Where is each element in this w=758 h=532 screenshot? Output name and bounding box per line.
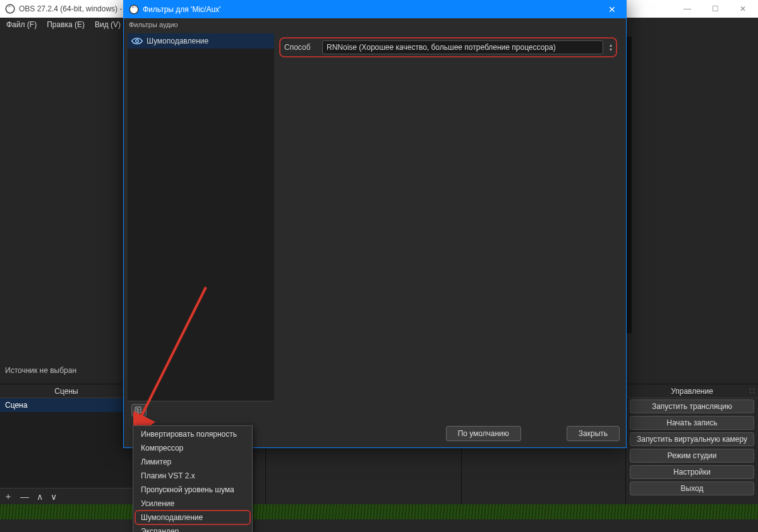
svg-rect-6 [136, 411, 139, 411]
add-filter-button[interactable] [131, 404, 147, 417]
add-filter-context-menu: Инвертировать полярность Компрессор Лими… [133, 425, 253, 532]
close-dialog-button[interactable]: Закрыть [567, 426, 620, 441]
menu-file[interactable]: Файл (F) [3, 19, 40, 30]
controls-dock: Управление ⸬ Запустить трансляцию Начать… [625, 384, 758, 504]
start-streaming-button[interactable]: Запустить трансляцию [630, 399, 754, 413]
menu-view[interactable]: Вид (V) [91, 19, 124, 30]
window-buttons: — ☐ ✕ [673, 0, 757, 18]
scenes-header: Сцены ⸬ [0, 384, 133, 398]
controls-header-label: Управление [671, 387, 713, 396]
scene-item[interactable]: Сцена [0, 398, 133, 412]
scene-up-button[interactable]: ∧ [37, 492, 43, 502]
filter-item-label: Шумоподавление [147, 37, 208, 45]
menu-item-vst[interactable]: Плагин VST 2.x [133, 469, 252, 483]
status-bar: ((●)) LIVE: 00:00:00 REC: 00:00:00 CPU: … [0, 504, 758, 532]
start-recording-button[interactable]: Начать запись [630, 416, 754, 430]
method-selected-value: RNNoise (Хорошее качество, большее потре… [327, 43, 556, 52]
remove-scene-button[interactable]: — [20, 492, 29, 502]
dialog-columns: Шумоподавление Способ RNNoise (Хорошее к… [128, 33, 622, 418]
popout-icon[interactable]: ⸬ [750, 387, 754, 395]
settings-button[interactable]: Настройки [630, 465, 754, 479]
exit-button[interactable]: Выход [630, 482, 754, 495]
method-select[interactable]: RNNoise (Хорошее качество, большее потре… [322, 40, 603, 54]
scene-down-button[interactable]: ∨ [51, 492, 57, 502]
start-vcam-button[interactable]: Запустить виртуальную камеру [630, 432, 754, 446]
minimize-button[interactable]: — [673, 0, 701, 18]
scenes-list[interactable]: Сцена [0, 398, 133, 488]
dialog-close-button[interactable]: ✕ [603, 4, 621, 15]
scenes-toolbar: ＋ — ∧ ∨ [0, 488, 133, 504]
filter-list-spacer [128, 49, 274, 401]
scenes-header-label: Сцены [54, 387, 78, 396]
controls-header: Управление ⸬ [626, 384, 758, 398]
filter-list: Шумоподавление [128, 33, 274, 418]
maximize-button[interactable]: ☐ [701, 0, 729, 18]
obs-logo-icon [5, 4, 15, 14]
filter-list-toolbar [128, 401, 274, 418]
menu-item-noise-gate[interactable]: Пропускной уровень шума [133, 483, 252, 497]
obs-logo-icon [129, 4, 139, 15]
studio-mode-button[interactable]: Режим студии [630, 449, 754, 463]
obs-main-window: OBS 27.2.4 (64-bit, windows) - П — ☐ ✕ Ф… [0, 0, 758, 532]
scenes-dock: Сцены ⸬ Сцена ＋ — ∧ ∨ [0, 384, 133, 504]
dialog-title-text: Фильтры для 'Mic/Aux' [143, 5, 220, 14]
menu-item-gain[interactable]: Усиление [133, 497, 252, 511]
eye-icon[interactable] [131, 37, 143, 45]
dialog-title-bar[interactable]: Фильтры для 'Mic/Aux' ✕ [124, 1, 626, 18]
menu-item-invert-polarity[interactable]: Инвертировать полярность [133, 427, 252, 441]
method-row-highlight: Способ RNNoise (Хорошее качество, больше… [279, 37, 617, 57]
menu-item-compressor[interactable]: Компрессор [133, 441, 252, 455]
main-title-text: OBS 27.2.4 (64-bit, windows) - П [19, 4, 129, 13]
taskbar-grass [0, 504, 758, 519]
filter-properties: Способ RNNoise (Хорошее качество, больше… [274, 33, 622, 418]
add-filter-icon [135, 406, 143, 414]
filter-item-noise-suppression[interactable]: Шумоподавление [128, 33, 274, 49]
defaults-button[interactable]: По умолчанию [446, 426, 521, 441]
audio-filters-label: Фильтры аудио [124, 18, 626, 31]
svg-point-2 [136, 40, 139, 43]
method-label: Способ [284, 43, 316, 52]
menu-item-noise-suppression[interactable]: Шумоподавление [136, 511, 250, 524]
filters-dialog: Фильтры для 'Mic/Aux' ✕ Фильтры аудио Шу… [123, 0, 627, 448]
svg-rect-4 [136, 408, 138, 409]
add-scene-button[interactable]: ＋ [4, 491, 13, 502]
menu-edit[interactable]: Правка (E) [43, 19, 88, 30]
dialog-body: Фильтры аудио Шумоподавление [124, 18, 626, 447]
chevron-updown-icon: ▴▾ [610, 43, 612, 52]
close-button[interactable]: ✕ [729, 0, 757, 18]
menu-item-expander[interactable]: Экспандер [133, 524, 252, 532]
menu-item-limiter[interactable]: Лимитер [133, 455, 252, 469]
svg-rect-5 [136, 410, 140, 410]
